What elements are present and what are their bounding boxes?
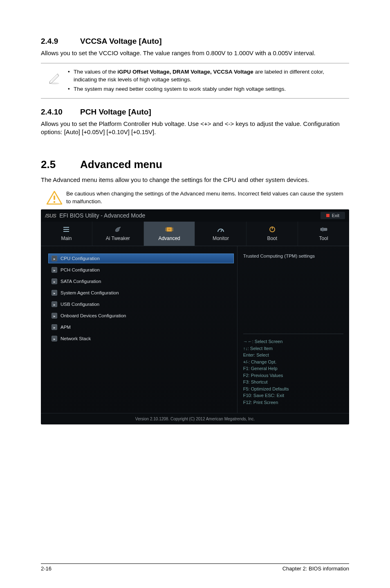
cfg-usb[interactable]: ▸USB Configuration: [48, 299, 234, 309]
key-line: F10: Save ESC: Exit: [243, 392, 343, 399]
tool-icon: [298, 225, 349, 233]
asus-logo-icon: /SUS: [45, 213, 56, 219]
tab-main[interactable]: Main: [41, 222, 92, 246]
note-bullet-1: The values of the iGPU Offset Voltage, D…: [68, 68, 347, 84]
caution-box: Be cautious when changing the settings o…: [41, 190, 349, 206]
tab-label: Main: [61, 236, 72, 241]
pencil-icon: [47, 71, 61, 85]
key-line: ↑↓: Select Item: [243, 345, 343, 352]
chevron-right-icon: ▸: [52, 278, 57, 284]
note-bullet-2: The system may need better cooling syste…: [68, 85, 347, 93]
heading-2.5: 2.5Advanced menu: [41, 158, 349, 171]
note-box: The values of the iGPU Offset Voltage, D…: [41, 63, 349, 99]
secnum: 2.4.10: [41, 108, 80, 117]
chevron-right-icon: ▸: [52, 336, 57, 341]
bios-footer: Version 2.10.1208. Copyright (C) 2012 Am…: [41, 413, 349, 424]
svg-rect-18: [322, 227, 323, 231]
power-icon: [247, 225, 298, 233]
cfg-apm[interactable]: ▸APM: [48, 322, 234, 332]
secnum: 2.4.9: [41, 37, 80, 46]
body-2.5: The Advanced menu items allow you to cha…: [41, 176, 349, 184]
cfg-system-agent[interactable]: ▸System Agent Configuration: [48, 288, 234, 298]
gauge-icon: [195, 225, 246, 233]
tab-ai-tweaker[interactable]: Ai Tweaker: [92, 222, 143, 246]
cfg-onboard[interactable]: ▸Onboard Devices Configuration: [48, 311, 234, 321]
chevron-right-icon: ▸: [52, 324, 57, 330]
key-line: F5: Optimized Defaults: [243, 386, 343, 393]
body-2.4.10: Allows you to set the Platform Controlle…: [41, 120, 349, 137]
exit-icon: [326, 214, 329, 217]
tab-label: Ai Tweaker: [106, 236, 130, 241]
key-line: +/-: Change Opt.: [243, 359, 343, 366]
chevron-right-icon: ▸: [52, 313, 57, 319]
cfg-sata[interactable]: ▸SATA Configuration: [48, 276, 234, 286]
cfg-pch[interactable]: ▸PCH Configuration: [48, 265, 234, 275]
key-line: F3: Shortcut: [243, 379, 343, 386]
bios-screenshot: /SUS EFI BIOS Utility - Advanced Mode Ex…: [41, 209, 349, 424]
svg-point-2: [54, 201, 56, 203]
divider: [243, 334, 343, 334]
chip-icon: [144, 225, 195, 233]
tab-label: Tool: [319, 236, 328, 241]
key-line: Enter: Select: [243, 352, 343, 359]
tab-label: Monitor: [213, 236, 229, 241]
heading-2.4.10: 2.4.10PCH Voltage [Auto]: [41, 108, 349, 117]
chevron-right-icon: ▸: [52, 290, 57, 296]
page-number: 2-16: [41, 566, 52, 572]
svg-rect-1: [54, 195, 55, 200]
chapter-label: Chapter 2: BIOS information: [282, 566, 349, 572]
chevron-right-icon: ▸: [52, 267, 57, 273]
chevron-right-icon: ▸: [52, 256, 57, 261]
cfg-cpu[interactable]: ▸CPU Configuration: [48, 254, 234, 263]
tab-label: Advanced: [158, 236, 180, 241]
bios-key-help: →←: Select Screen ↑↓: Select Item Enter:…: [243, 338, 343, 406]
page-footer: 2-16 Chapter 2: BIOS information: [41, 563, 349, 572]
svg-line-14: [221, 229, 222, 232]
tab-boot[interactable]: Boot: [246, 222, 298, 246]
lightning-icon: [92, 225, 143, 233]
tab-label: Boot: [267, 236, 277, 241]
bios-titlebar: /SUS EFI BIOS Utility - Advanced Mode Ex…: [41, 209, 349, 222]
chnum: 2.5: [41, 158, 80, 171]
tab-monitor[interactable]: Monitor: [195, 222, 246, 246]
caution-icon: [46, 191, 63, 205]
heading-2.4.9: 2.4.9VCCSA Voltage [Auto]: [41, 37, 349, 46]
bios-tabs: Main Ai Tweaker Advanced Monitor: [41, 222, 349, 246]
key-line: F1: General Help: [243, 365, 343, 372]
list-icon: [41, 225, 92, 233]
tab-advanced[interactable]: Advanced: [143, 222, 195, 246]
bios-title: /SUS EFI BIOS Utility - Advanced Mode: [45, 212, 145, 219]
bios-info-text: Trusted Computing (TPM) settings: [243, 254, 343, 331]
svg-rect-17: [321, 228, 327, 231]
key-line: →←: Select Screen: [243, 338, 343, 345]
body-2.4.9: Allows you to set the VCCIO voltage. The…: [41, 49, 349, 57]
sectitle: PCH Voltage [Auto]: [80, 108, 151, 116]
key-line: F2: Previous Values: [243, 372, 343, 379]
bios-right-panel: Trusted Computing (TPM) settings →←: Sel…: [238, 246, 349, 413]
note-list: The values of the iGPU Offset Voltage, D…: [68, 67, 347, 95]
chtitle: Advanced menu: [80, 158, 162, 171]
bios-exit-button[interactable]: Exit: [321, 212, 345, 219]
sectitle: VCCSA Voltage [Auto]: [80, 37, 162, 45]
svg-rect-7: [168, 229, 170, 230]
key-line: F12: Print Screen: [243, 399, 343, 406]
chevron-right-icon: ▸: [52, 301, 57, 307]
caution-text: Be cautious when changing the settings o…: [66, 190, 347, 206]
tab-tool[interactable]: Tool: [298, 222, 349, 246]
cfg-network[interactable]: ▸Network Stack: [48, 334, 234, 343]
bios-left-panel: ▸CPU Configuration ▸PCH Configuration ▸S…: [41, 246, 238, 413]
